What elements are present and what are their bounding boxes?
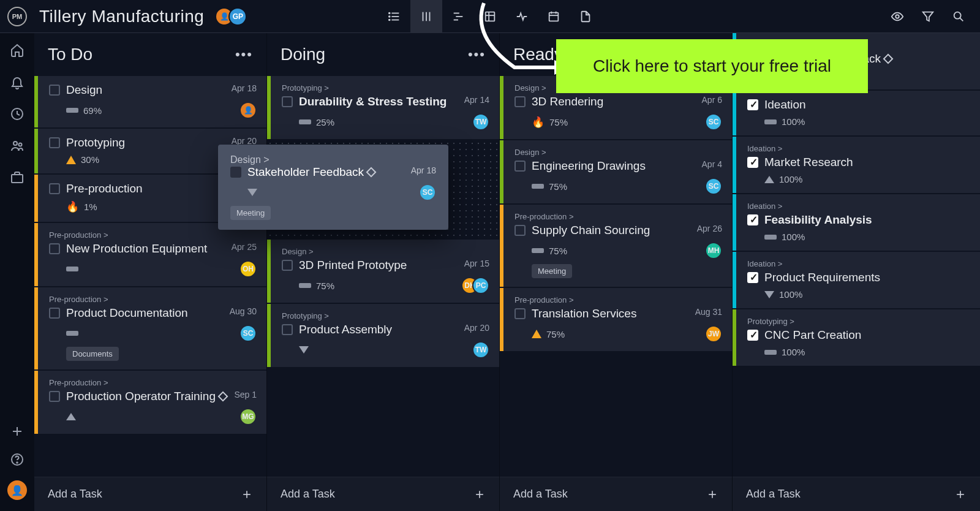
add-icon[interactable] xyxy=(10,424,24,439)
task-card[interactable]: Ideation100% xyxy=(733,91,980,135)
plus-icon xyxy=(241,488,253,501)
task-checkbox[interactable] xyxy=(514,161,526,172)
svg-point-25 xyxy=(19,143,22,146)
card-stripe xyxy=(733,252,736,308)
assignee-avatar[interactable]: JW xyxy=(705,325,722,343)
card-stripe xyxy=(267,240,271,303)
card-progress: 75% xyxy=(549,117,568,127)
svg-marker-20 xyxy=(923,12,933,21)
filter-icon[interactable] xyxy=(921,10,935,23)
svg-point-19 xyxy=(895,15,899,18)
task-card[interactable]: Prototyping >Durability & Stress Testing… xyxy=(267,76,499,139)
card-breadcrumb: Prototyping > xyxy=(282,83,489,93)
board-view-button[interactable] xyxy=(410,0,442,33)
task-checkbox[interactable] xyxy=(282,96,293,107)
assignee-avatar[interactable]: SC xyxy=(705,113,722,131)
card-stripe xyxy=(34,287,38,369)
card-title: Product Requirements xyxy=(764,271,970,284)
team-icon[interactable] xyxy=(10,138,24,153)
search-icon[interactable] xyxy=(952,10,965,23)
assignee-avatar[interactable]: MH xyxy=(705,242,722,259)
card-title: Engineering Drawings xyxy=(532,159,696,173)
task-checkbox[interactable] xyxy=(747,272,758,283)
avatar[interactable]: GP xyxy=(228,7,247,26)
task-checkbox[interactable] xyxy=(230,167,241,178)
task-checkbox[interactable] xyxy=(49,137,60,148)
svg-marker-45 xyxy=(532,330,541,338)
assignee-avatar[interactable]: 👤 xyxy=(239,102,257,119)
task-checkbox[interactable] xyxy=(282,260,293,271)
task-checkbox[interactable] xyxy=(747,157,758,168)
assignee-avatar[interactable]: SC xyxy=(419,184,436,201)
task-checkbox[interactable] xyxy=(514,308,526,319)
assignee-avatar[interactable]: TW xyxy=(472,113,489,131)
task-card[interactable]: DesignApr 1869%👤 xyxy=(34,76,266,127)
task-checkbox[interactable] xyxy=(282,324,293,335)
task-card[interactable]: Ideation >Feasibility Analysis100% xyxy=(733,194,980,251)
task-card[interactable]: Prototyping >Product AssemblyApr 20TW xyxy=(267,304,499,367)
svg-point-30 xyxy=(17,462,18,463)
task-checkbox[interactable] xyxy=(747,214,758,225)
task-card[interactable]: Pre-production >Product DocumentationAug… xyxy=(34,287,266,369)
card-progress: 30% xyxy=(81,154,99,165)
list-view-button[interactable] xyxy=(379,0,410,33)
dragging-card[interactable]: Design > Stakeholder Feedback Apr 18 SC … xyxy=(218,145,448,230)
task-card[interactable]: Pre-production >New Production Equipment… xyxy=(34,223,266,286)
card-title: Ideation xyxy=(764,98,970,112)
add-task-button[interactable]: Add a Task xyxy=(500,477,732,511)
card-stripe xyxy=(733,309,736,366)
task-checkbox[interactable] xyxy=(49,85,60,96)
task-checkbox[interactable] xyxy=(49,308,60,319)
add-task-button[interactable]: Add a Task xyxy=(34,477,266,511)
notifications-icon[interactable] xyxy=(10,75,24,89)
assignee-avatar[interactable]: PC xyxy=(472,277,489,294)
task-checkbox[interactable] xyxy=(49,243,60,254)
project-members[interactable]: 👤 GP xyxy=(215,7,247,26)
assignee-avatar[interactable]: TW xyxy=(472,341,489,358)
task-card[interactable]: Pre-production >Supply Chain SourcingApr… xyxy=(500,205,732,287)
svg-point-4 xyxy=(389,16,390,17)
task-card[interactable]: Prototyping >CNC Part Creation100% xyxy=(733,309,980,366)
add-task-button[interactable]: Add a Task xyxy=(733,477,980,511)
task-card[interactable]: Ideation >Market Research100% xyxy=(733,137,980,193)
priority-up-icon xyxy=(66,156,76,164)
eye-icon[interactable] xyxy=(891,10,904,23)
kanban-board: To Do ••• DesignApr 1869%👤PrototypingApr… xyxy=(34,33,980,511)
cta-banner[interactable]: Click here to start your free trial xyxy=(556,39,868,93)
assignee-avatar[interactable]: SC xyxy=(705,178,722,195)
svg-rect-53 xyxy=(764,350,777,355)
task-checkbox[interactable] xyxy=(49,391,60,402)
task-checkbox[interactable] xyxy=(514,96,526,107)
assignee-avatar[interactable]: MG xyxy=(239,408,257,425)
card-title: Stakeholder Feedback xyxy=(247,165,405,179)
assignee-avatar[interactable]: SC xyxy=(239,325,257,342)
svg-rect-31 xyxy=(66,108,78,113)
task-checkbox[interactable] xyxy=(747,99,758,110)
card-breadcrumb: Ideation > xyxy=(747,259,970,268)
home-icon[interactable] xyxy=(10,43,24,58)
portfolio-icon[interactable] xyxy=(10,170,24,185)
task-checkbox[interactable] xyxy=(747,330,758,341)
column-menu-button[interactable]: ••• xyxy=(235,47,253,62)
task-card[interactable]: Design >Engineering DrawingsApr 475%SC xyxy=(500,140,732,203)
assignee-avatar[interactable]: OH xyxy=(239,260,257,278)
column-doing: Doing ••• Prototyping >Durability & Stre… xyxy=(267,33,500,511)
priority-bar-icon xyxy=(299,283,311,288)
add-task-button[interactable]: Add a Task xyxy=(267,477,499,511)
task-checkbox[interactable] xyxy=(514,225,526,236)
task-card[interactable]: Ideation >Product Requirements100% xyxy=(733,252,980,308)
card-date: Apr 20 xyxy=(464,323,489,333)
recent-icon[interactable] xyxy=(10,107,24,121)
card-breadcrumb: Pre-production > xyxy=(49,230,257,240)
svg-marker-52 xyxy=(764,291,774,298)
app-logo[interactable]: PM xyxy=(7,7,27,26)
help-icon[interactable] xyxy=(10,452,24,467)
task-checkbox[interactable] xyxy=(49,183,60,194)
project-title: Tillery Manufacturing xyxy=(39,7,204,26)
current-user-avatar[interactable]: 👤 xyxy=(7,480,27,500)
task-card[interactable]: Design >3D Printed PrototypeApr 1575%DHP… xyxy=(267,240,499,303)
task-card[interactable]: Pre-production >Translation ServicesAug … xyxy=(500,288,732,351)
card-breadcrumb: Pre-production > xyxy=(49,295,257,304)
svg-point-21 xyxy=(954,12,961,18)
task-card[interactable]: Pre-production >Production Operator Trai… xyxy=(34,371,266,434)
